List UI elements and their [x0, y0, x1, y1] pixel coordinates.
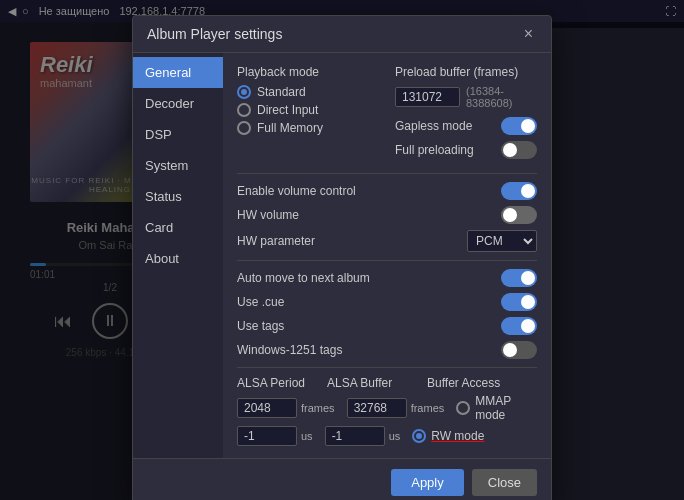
close-button[interactable]: Close [472, 469, 537, 496]
separator-1 [237, 173, 537, 174]
radio-fullmemory: Full Memory [237, 121, 379, 135]
back-icon[interactable]: ◀ [8, 5, 16, 18]
rw-radio-label: RW mode [431, 429, 484, 443]
modal-body: General Decoder DSP System Status Card A… [133, 53, 551, 458]
radio-fullmemory-label: Full Memory [257, 121, 323, 135]
nav-item-status[interactable]: Status [133, 181, 223, 212]
alsa-period-frames-input[interactable] [237, 398, 297, 418]
gapless-toggle[interactable] [501, 117, 537, 135]
separator-2 [237, 260, 537, 261]
alsa-buffer-frames-input[interactable] [347, 398, 407, 418]
apply-button[interactable]: Apply [391, 469, 464, 496]
hw-parameter-row: HW parameter PCM Master Speaker [237, 230, 537, 252]
nav-item-about[interactable]: About [133, 243, 223, 274]
preload-buffer-label: Preload buffer (frames) [395, 65, 537, 79]
fullpreloading-label: Full preloading [395, 143, 493, 157]
fullpreloading-toggle[interactable] [501, 141, 537, 159]
radio-standard-btn[interactable] [237, 85, 251, 99]
radio-directinput: Direct Input [237, 103, 379, 117]
mmap-radio-btn[interactable] [456, 401, 470, 415]
gapless-label: Gapless mode [395, 119, 493, 133]
volume-control-row: Enable volume control [237, 182, 537, 200]
use-cue-label: Use .cue [237, 295, 501, 309]
playback-mode-section: Playback mode Standard Direct Input Full… [237, 65, 379, 165]
use-tags-row: Use tags [237, 317, 537, 335]
circle-icon[interactable]: ○ [22, 5, 29, 17]
use-cue-toggle[interactable] [501, 293, 537, 311]
mmap-radio-label: MMAP mode [475, 394, 537, 422]
hw-parameter-label: HW parameter [237, 234, 467, 248]
mmap-radio-row: MMAP mode [456, 394, 537, 422]
use-tags-toggle[interactable] [501, 317, 537, 335]
alsa-period-us-input[interactable] [237, 426, 297, 446]
modal-close-button[interactable]: × [520, 26, 537, 42]
volume-control-knob [521, 184, 535, 198]
use-tags-knob [521, 319, 535, 333]
radio-directinput-label: Direct Input [257, 103, 318, 117]
alsa-frames-row: frames frames MMAP mode [237, 394, 537, 422]
nav-item-decoder[interactable]: Decoder [133, 88, 223, 119]
playback-mode-label: Playback mode [237, 65, 379, 79]
alsa-header-row: ALSA Period ALSA Buffer Buffer Access [237, 376, 537, 390]
alsa-buffer-col-label: ALSA Buffer [327, 376, 427, 390]
volume-control-label: Enable volume control [237, 184, 501, 198]
alsa-us-row: us us RW mode [237, 426, 537, 446]
rw-radio-row: RW mode [412, 429, 484, 443]
nav-item-dsp[interactable]: DSP [133, 119, 223, 150]
alsa-buffer-frames-unit: frames [411, 402, 445, 414]
preload-buffer-input[interactable] [395, 87, 460, 107]
rw-radio-btn[interactable] [412, 429, 426, 443]
nav-item-system[interactable]: System [133, 150, 223, 181]
windows1251-row: Windows-1251 tags [237, 341, 537, 359]
modal-title: Album Player settings [147, 26, 282, 42]
nav-item-general[interactable]: General [133, 57, 223, 88]
modal-nav: General Decoder DSP System Status Card A… [133, 53, 223, 458]
use-cue-knob [521, 295, 535, 309]
alsa-period-col-label: ALSA Period [237, 376, 327, 390]
use-cue-row: Use .cue [237, 293, 537, 311]
security-label: Не защищено [39, 5, 110, 17]
settings-modal: Album Player settings × General Decoder … [132, 15, 552, 500]
modal-title-bar: Album Player settings × [133, 16, 551, 53]
hw-volume-toggle[interactable] [501, 206, 537, 224]
alsa-buffer-us-input[interactable] [325, 426, 385, 446]
radio-standard-label: Standard [257, 85, 306, 99]
preload-buffer-range: (16384-8388608) [466, 85, 537, 109]
fullpreloading-knob [503, 143, 517, 157]
separator-3 [237, 367, 537, 368]
nav-item-card[interactable]: Card [133, 212, 223, 243]
hw-volume-row: HW volume [237, 206, 537, 224]
windows1251-label: Windows-1251 tags [237, 343, 501, 357]
top-section: Playback mode Standard Direct Input Full… [237, 65, 537, 165]
use-tags-label: Use tags [237, 319, 501, 333]
alsa-section: ALSA Period ALSA Buffer Buffer Access fr… [237, 376, 537, 446]
browser-icons: ◀ ○ [8, 5, 29, 18]
modal-content-area: Playback mode Standard Direct Input Full… [223, 53, 551, 458]
auto-move-label: Auto move to next album [237, 271, 501, 285]
alsa-buffer-access-col-label: Buffer Access [427, 376, 500, 390]
preload-buffer-row: (16384-8388608) [395, 85, 537, 109]
auto-move-toggle[interactable] [501, 269, 537, 287]
hw-volume-label: HW volume [237, 208, 501, 222]
gapless-knob [521, 119, 535, 133]
alsa-period-frames-unit: frames [301, 402, 335, 414]
auto-move-row: Auto move to next album [237, 269, 537, 287]
preload-buffer-section: Preload buffer (frames) (16384-8388608) … [395, 65, 537, 165]
windows1251-knob [503, 343, 517, 357]
hw-parameter-select[interactable]: PCM Master Speaker [467, 230, 537, 252]
radio-standard: Standard [237, 85, 379, 99]
volume-control-toggle[interactable] [501, 182, 537, 200]
window-icon[interactable]: ⛶ [665, 5, 676, 17]
alsa-buffer-us-unit: us [389, 430, 401, 442]
radio-fullmemory-btn[interactable] [237, 121, 251, 135]
auto-move-knob [521, 271, 535, 285]
fullpreloading-row: Full preloading [395, 141, 537, 159]
windows1251-toggle[interactable] [501, 341, 537, 359]
modal-footer: Apply Close [133, 458, 551, 500]
radio-directinput-btn[interactable] [237, 103, 251, 117]
gapless-row: Gapless mode [395, 117, 537, 135]
hw-volume-knob [503, 208, 517, 222]
alsa-period-us-unit: us [301, 430, 313, 442]
modal-overlay: Album Player settings × General Decoder … [0, 22, 684, 500]
